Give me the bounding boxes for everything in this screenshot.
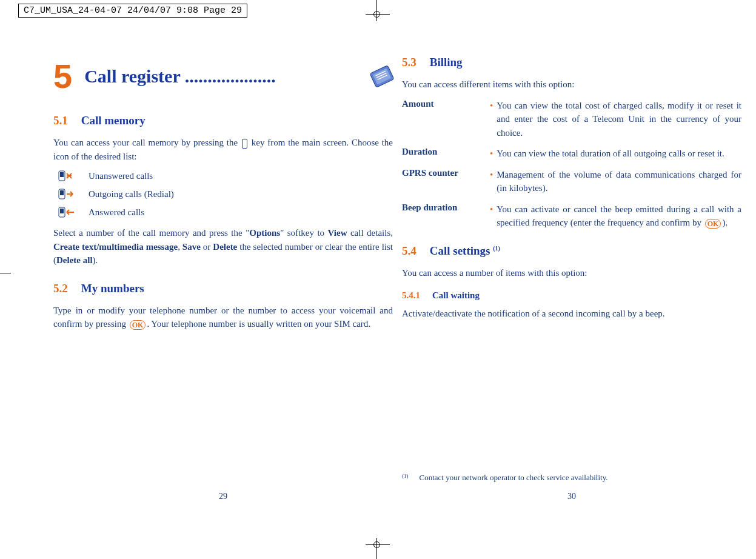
section-number: 5.2 xyxy=(53,282,68,295)
text-bold: View xyxy=(328,228,347,238)
section-5-4-1-heading: 5.4.1Call waiting xyxy=(402,290,741,301)
list-item-label: Unanswered calls xyxy=(89,171,153,181)
section-title: My numbers xyxy=(81,282,144,295)
svg-rect-8 xyxy=(60,190,64,195)
section-number: 5.4 xyxy=(402,244,416,257)
list-item-label: Outgoing calls (Redial) xyxy=(89,189,174,199)
crop-mark-top xyxy=(366,0,390,24)
phone-log-icon xyxy=(368,63,395,89)
unanswered-calls-icon xyxy=(58,170,75,181)
def-desc: •You can view the total cost of charged … xyxy=(490,99,741,140)
list-item: Outgoing calls (Redial) xyxy=(58,189,393,199)
s51-paragraph-2: Select a number of the call memory and p… xyxy=(53,226,393,267)
bullet-icon: • xyxy=(490,168,493,195)
footnote-text: Contact your network operator to check s… xyxy=(420,473,608,483)
text-fragment: or xyxy=(201,242,213,252)
text-fragment: Management of the volume of data communi… xyxy=(497,168,741,195)
text-fragment: You can access your call memory by press… xyxy=(53,138,241,147)
section-title: Billing xyxy=(430,56,463,69)
text-fragment: ). xyxy=(93,255,98,265)
def-duration: Duration •You can view the total duratio… xyxy=(402,147,741,161)
s541-paragraph: Activate/deactivate the notification of … xyxy=(402,307,741,321)
page-left: 5 Call register .................... 5.1… xyxy=(53,52,393,338)
section-5-4-heading: 5.4Call settings (1) xyxy=(402,244,741,258)
footnote-marker: (1) xyxy=(402,473,409,483)
def-beep: Beep duration •You can activate or cance… xyxy=(402,203,741,230)
footnote-ref: (1) xyxy=(493,244,500,251)
outgoing-calls-icon xyxy=(58,189,75,199)
bullet-icon: • xyxy=(490,99,493,140)
text-fragment: , xyxy=(178,242,182,252)
list-item: Answered calls xyxy=(58,207,393,218)
section-number: 5.1 xyxy=(53,114,68,127)
def-term: Beep duration xyxy=(402,203,490,230)
answered-calls-icon xyxy=(58,207,75,218)
s51-paragraph-1: You can access your call memory by press… xyxy=(53,136,393,163)
def-amount: Amount •You can view the total cost of c… xyxy=(402,99,741,140)
section-5-3-heading: 5.3Billing xyxy=(402,56,741,69)
chapter-heading: 5 Call register .................... xyxy=(53,56,393,96)
text-fragment: . Your telephone number is usually writt… xyxy=(147,319,370,329)
page-number-left: 29 xyxy=(53,492,393,501)
page-right: 5.3Billing You can access different item… xyxy=(402,52,741,338)
text-bold: Options xyxy=(249,228,280,238)
section-title: Call memory xyxy=(81,114,146,127)
crop-mark-bottom xyxy=(366,535,390,559)
text-fragment: You can view the total duration of all o… xyxy=(497,147,741,161)
def-gprs: GPRS counter •Management of the volume o… xyxy=(402,168,741,195)
chapter-number: 5 xyxy=(53,56,72,96)
text-fragment: You can activate or cancel the beep emit… xyxy=(497,203,741,230)
text-fragment: call details, xyxy=(347,228,393,238)
text-fragment: Select a number of the call memory and p… xyxy=(53,228,249,238)
text-fragment: " softkey to xyxy=(280,228,327,238)
s52-paragraph-1: Type in or modify your telephone number … xyxy=(53,304,393,331)
ok-key-icon: OK xyxy=(705,219,721,229)
text-bold: Delete xyxy=(213,242,237,252)
ok-key-icon: OK xyxy=(130,320,146,330)
chapter-title: Call register .................... xyxy=(84,66,371,87)
section-title: Call settings xyxy=(430,244,493,257)
bullet-icon: • xyxy=(490,203,493,230)
text-bold: Delete all xyxy=(56,255,93,265)
subsection-number: 5.4.1 xyxy=(402,290,420,300)
def-term: Amount xyxy=(402,99,490,140)
subsection-title: Call waiting xyxy=(432,290,480,300)
s53-intro: You can access different items with this… xyxy=(402,78,741,92)
def-desc: •You can view the total duration of all … xyxy=(490,147,741,161)
list-item-label: Answered calls xyxy=(89,207,144,218)
print-slug: C7_UM_USA_24-04-07 24/04/07 9:08 Page 29 xyxy=(18,4,247,18)
def-term: GPRS counter xyxy=(402,168,490,195)
bullet-icon: • xyxy=(490,147,493,161)
footnote: (1) Contact your network operator to che… xyxy=(402,473,608,483)
text-bold: Create text/multimedia message xyxy=(53,242,178,252)
call-list: Unanswered calls Outgoing calls (Redial)… xyxy=(58,170,393,218)
section-5-2-heading: 5.2My numbers xyxy=(53,282,393,295)
s54-intro: You can access a number of items with th… xyxy=(402,266,741,280)
list-item: Unanswered calls xyxy=(58,170,393,181)
send-key-icon xyxy=(242,139,247,149)
svg-rect-10 xyxy=(60,209,64,213)
text-bold: Save xyxy=(182,242,201,252)
def-desc: •Management of the volume of data commun… xyxy=(490,168,741,195)
svg-rect-6 xyxy=(60,172,64,177)
section-5-1-heading: 5.1Call memory xyxy=(53,114,393,127)
section-number: 5.3 xyxy=(402,56,416,69)
def-desc: •You can activate or cancel the beep emi… xyxy=(490,203,741,230)
text-fragment: ). xyxy=(722,218,728,227)
page-number-right: 30 xyxy=(402,492,741,501)
def-term: Duration xyxy=(402,147,490,161)
text-fragment: You can view the total cost of charged c… xyxy=(497,99,741,140)
